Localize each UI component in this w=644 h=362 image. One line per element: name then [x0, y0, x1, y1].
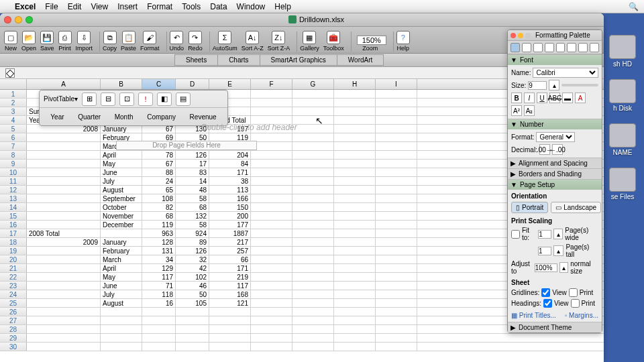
cell[interactable] [292, 334, 334, 342]
gridlines-view-checkbox[interactable] [541, 288, 550, 297]
section-alignment[interactable]: ▶Alignment and Spacing [508, 158, 602, 168]
cell[interactable]: 171 [209, 168, 251, 176]
cell[interactable] [251, 194, 292, 202]
cell[interactable] [334, 133, 376, 141]
row-header[interactable]: 8 [0, 151, 27, 159]
cell[interactable]: 78 [142, 151, 176, 159]
row-header[interactable]: 30 [0, 343, 27, 351]
cell[interactable]: 200 [209, 212, 251, 220]
cell[interactable] [27, 247, 101, 255]
cell[interactable] [376, 99, 417, 107]
cell[interactable] [292, 212, 334, 220]
orientation-landscape[interactable]: ▭Landscape [551, 202, 601, 213]
cell[interactable]: 66 [209, 255, 251, 263]
cell[interactable] [334, 125, 376, 133]
pivot-hide-icon[interactable]: ▤ [176, 93, 191, 106]
row-header[interactable]: 6 [0, 133, 27, 141]
cell[interactable] [334, 334, 376, 342]
fit-tall-stepper[interactable]: ▴ [553, 245, 564, 256]
print-button[interactable]: ⎙Print [58, 31, 72, 52]
cell[interactable] [292, 168, 334, 176]
palette-settings-icon[interactable] [567, 43, 576, 52]
cell[interactable] [292, 133, 334, 141]
col-c[interactable]: C [142, 79, 176, 89]
cell[interactable]: 32 [176, 255, 209, 263]
cell[interactable] [101, 229, 142, 237]
select-all[interactable] [0, 79, 27, 89]
cell[interactable] [376, 107, 417, 115]
menu-edit[interactable]: Edit [68, 2, 82, 11]
cell[interactable] [101, 334, 142, 342]
cell[interactable] [142, 343, 176, 351]
cell[interactable] [376, 151, 417, 159]
cell[interactable] [176, 316, 209, 324]
cell[interactable] [251, 273, 292, 281]
cell[interactable] [27, 325, 101, 333]
cell[interactable] [251, 290, 292, 298]
cell[interactable] [27, 273, 101, 281]
cell[interactable] [251, 151, 292, 159]
cell[interactable] [376, 308, 417, 316]
row-header[interactable]: 11 [0, 177, 27, 185]
palette-close[interactable] [511, 33, 516, 38]
cell[interactable] [334, 308, 376, 316]
desktop-name[interactable]: NAME [605, 123, 640, 156]
cell[interactable] [251, 308, 292, 316]
pivot-field-quarter[interactable]: Quarter [78, 113, 101, 121]
cell[interactable]: 34 [142, 255, 176, 263]
cell[interactable] [292, 290, 334, 298]
cell[interactable] [292, 116, 334, 124]
headings-print-checkbox[interactable] [571, 299, 580, 308]
cell[interactable] [376, 186, 417, 194]
cell[interactable]: 58 [176, 221, 209, 229]
cell[interactable] [334, 151, 376, 159]
pivot-field-revenue[interactable]: Revenue [190, 113, 217, 121]
cell[interactable] [251, 133, 292, 141]
cell[interactable] [334, 186, 376, 194]
cell[interactable]: August [101, 299, 142, 307]
strikethrough-button[interactable]: ABC [549, 93, 560, 103]
cell[interactable] [376, 160, 417, 168]
cell[interactable]: September [101, 194, 142, 202]
window-close[interactable] [4, 16, 11, 23]
section-page-setup[interactable]: ▼Page Setup [508, 180, 602, 190]
palette-formula-icon[interactable] [533, 43, 543, 52]
pivot-field-month[interactable]: Month [115, 113, 133, 121]
cell[interactable] [292, 151, 334, 159]
cell[interactable] [334, 107, 376, 115]
tab-sheets[interactable]: Sheets [174, 54, 218, 66]
cell[interactable] [292, 160, 334, 168]
autosum-button[interactable]: ΣAutoSum [213, 31, 237, 52]
cell[interactable]: 108 [142, 194, 176, 202]
pivot-field-company[interactable]: Company [147, 113, 176, 121]
cell[interactable] [376, 229, 417, 237]
cell[interactable]: 89 [176, 238, 209, 246]
save-button[interactable]: 💾Save [40, 31, 54, 52]
cell[interactable]: 119 [142, 221, 176, 229]
gallery-button[interactable]: ▦Gallery [300, 31, 319, 52]
cell[interactable] [251, 221, 292, 229]
cell[interactable] [101, 343, 142, 351]
cell[interactable]: 168 [209, 290, 251, 298]
fit-to-checkbox[interactable] [511, 230, 520, 239]
menu-view[interactable]: View [91, 2, 108, 11]
font-color-button[interactable]: A [575, 93, 586, 103]
cell[interactable] [376, 247, 417, 255]
cell[interactable]: 217 [209, 238, 251, 246]
window-minimize[interactable] [15, 16, 22, 23]
col-g[interactable]: G [292, 79, 334, 89]
cell[interactable]: 128 [142, 238, 176, 246]
cell[interactable] [292, 177, 334, 185]
pivot-field-icon[interactable]: ◧ [157, 93, 172, 106]
cell[interactable] [376, 116, 417, 124]
cell[interactable] [251, 255, 292, 263]
print-titles-button[interactable]: ▦ Print Titles... [511, 312, 556, 319]
cell[interactable]: 113 [209, 186, 251, 194]
cell[interactable] [27, 282, 101, 290]
row-header[interactable]: 24 [0, 290, 27, 298]
page-fields-drop[interactable]: Drop Page Fields Here [116, 141, 257, 150]
row-header[interactable]: 19 [0, 247, 27, 255]
palette-object-icon[interactable] [522, 43, 531, 52]
cell[interactable] [376, 177, 417, 185]
cell[interactable]: August [101, 186, 142, 194]
